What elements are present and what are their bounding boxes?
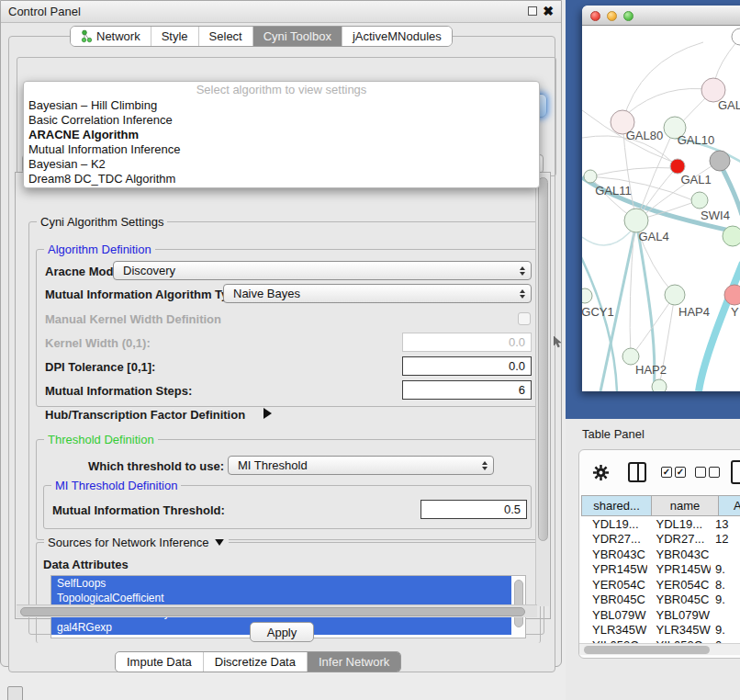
- network-graph: GALGAL80GAL10GAL11GAL1SWI4GAL4GCY1HAP4YH…: [582, 26, 740, 391]
- network-icon: [81, 29, 93, 43]
- table-cell[interactable]: 12: [711, 532, 740, 546]
- table-cell[interactable]: YBR045C: [647, 593, 712, 606]
- table-cell[interactable]: 9.: [711, 562, 740, 576]
- select-all-checkboxes-icon[interactable]: ✓✓: [661, 467, 686, 478]
- mi-type-combobox[interactable]: Naive Bayes: [223, 284, 532, 303]
- tab-infer-network[interactable]: Infer Network: [308, 652, 400, 672]
- float-panel-icon[interactable]: [528, 6, 537, 16]
- network-canvas[interactable]: GALGAL80GAL10GAL11GAL1SWI4GAL4GCY1HAP4YH…: [582, 26, 740, 391]
- table-cell[interactable]: 9.: [711, 623, 740, 637]
- dropdown-item[interactable]: Bayesian – K2: [24, 157, 539, 172]
- table-cell[interactable]: YER054C: [647, 578, 712, 592]
- network-node[interactable]: [652, 379, 667, 391]
- network-node[interactable]: [584, 170, 597, 183]
- tab-discretize-data[interactable]: Discretize Data: [204, 652, 308, 672]
- table-cell[interactable]: YDL19...: [581, 517, 647, 531]
- table-row[interactable]: YBL079WYBL079W: [581, 607, 740, 623]
- algorithm-definition-title: Algorithm Definition: [44, 243, 155, 256]
- table-cell[interactable]: YBR043C: [647, 548, 712, 561]
- tab-jactivemnodules[interactable]: jActiveMNodules: [342, 27, 452, 46]
- table-cell[interactable]: YPR145W: [581, 562, 647, 576]
- minimized-panel-icon[interactable]: [7, 686, 23, 700]
- network-node-label: SWI4: [701, 209, 730, 222]
- column-header-shared-name[interactable]: shared...: [581, 495, 652, 516]
- table-cell[interactable]: 13: [711, 517, 740, 531]
- settings-horizontal-scrollbar[interactable]: [17, 604, 537, 617]
- table-cell[interactable]: YER054C: [581, 578, 647, 592]
- attribute-list-item[interactable]: SelfLoops: [51, 576, 511, 591]
- table-cell[interactable]: YDL19...: [647, 517, 712, 531]
- table-cell[interactable]: YDR27...: [647, 532, 712, 546]
- cyni-toolbox-panel: gal-filtered.sif default node Select alg…: [8, 36, 555, 672]
- table-row[interactable]: YDR27...YDR27...12: [581, 532, 740, 548]
- table-cell[interactable]: YBR043C: [581, 548, 647, 561]
- table-cell[interactable]: 9.: [711, 593, 740, 606]
- table-row[interactable]: YDL19...YDL19...13: [581, 516, 740, 532]
- split-columns-icon[interactable]: [628, 462, 646, 482]
- table-cell[interactable]: YLR345W: [581, 623, 647, 637]
- table-row[interactable]: YBR043CYBR043C: [581, 547, 740, 562]
- tab-style[interactable]: Style: [151, 27, 199, 46]
- gear-icon[interactable]: [592, 464, 610, 481]
- close-icon[interactable]: ✖: [543, 4, 554, 18]
- mi-threshold-field[interactable]: 0.5: [420, 500, 527, 519]
- zoom-traffic-light-icon[interactable]: [623, 11, 633, 21]
- attribute-list-item[interactable]: TopologicalCoefficient: [51, 591, 511, 605]
- expand-arrow-icon[interactable]: [263, 408, 272, 419]
- tab-cyni-toolbox[interactable]: Cyni Toolbox: [253, 27, 342, 46]
- tab-label: Style: [162, 29, 188, 43]
- dropdown-item[interactable]: Bayesian – Hill Climbing: [24, 98, 539, 113]
- scrollbar-thumb[interactable]: [584, 646, 710, 654]
- settings-vertical-scrollbar[interactable]: [535, 174, 549, 606]
- table-panel-title: Table Panel: [582, 427, 645, 441]
- table-cell[interactable]: YDR27...: [581, 532, 647, 546]
- dropdown-item[interactable]: Dream8 DC_TDC Algorithm: [24, 172, 539, 186]
- dpi-tolerance-field[interactable]: 0.0: [402, 356, 532, 376]
- column-header-partial[interactable]: A: [719, 495, 740, 516]
- network-node[interactable]: [665, 285, 685, 305]
- page-icon[interactable]: [731, 460, 740, 484]
- table-cell[interactable]: 8.: [711, 578, 740, 592]
- table-cell[interactable]: YBR045C: [581, 593, 647, 606]
- network-node[interactable]: [582, 288, 592, 303]
- tab-impute-data[interactable]: Impute Data: [116, 652, 204, 672]
- table-rows[interactable]: YDL19...YDL19...13YDR27...YDR27...12YBR0…: [581, 516, 740, 643]
- dropdown-item[interactable]: ARACNE Algorithm: [24, 128, 539, 142]
- aracne-mode-combobox[interactable]: Discovery: [113, 261, 532, 280]
- network-node[interactable]: [670, 159, 685, 174]
- manual-kernel-checkbox[interactable]: [518, 312, 531, 325]
- table-cell[interactable]: YBL079W: [581, 608, 647, 622]
- table-row[interactable]: YPR145WYPR145W9.: [581, 562, 740, 578]
- dpi-tolerance-label: DPI Tolerance [0,1]:: [45, 360, 155, 374]
- which-threshold-value: MI Threshold: [229, 458, 308, 472]
- tab-network[interactable]: Network: [71, 27, 151, 46]
- apply-button[interactable]: Apply: [250, 622, 314, 642]
- network-window-titlebar[interactable]: [582, 6, 740, 26]
- table-row[interactable]: YER054CYER054C8.: [581, 577, 740, 593]
- scrollbar-thumb[interactable]: [514, 580, 523, 627]
- network-node[interactable]: [724, 285, 740, 305]
- table-row[interactable]: YLR345WYLR345W9.: [581, 623, 740, 638]
- scrollbar-thumb[interactable]: [538, 177, 548, 541]
- scrollbar-thumb[interactable]: [20, 607, 525, 616]
- table-cell[interactable]: YPR145W: [647, 562, 712, 576]
- network-node[interactable]: [732, 28, 740, 45]
- dropdown-item[interactable]: Mutual Information Inference: [24, 142, 539, 157]
- network-node[interactable]: [723, 226, 740, 246]
- column-header-name[interactable]: name: [652, 495, 719, 516]
- dropdown-item[interactable]: Basic Correlation Inference: [24, 113, 539, 128]
- table-cell[interactable]: YLR345W: [647, 623, 712, 637]
- network-node[interactable]: [710, 151, 730, 171]
- table-horizontal-scrollbar[interactable]: [579, 643, 740, 655]
- deselect-all-checkboxes-icon[interactable]: [695, 467, 720, 478]
- table-cell[interactable]: YBL079W: [647, 608, 712, 622]
- network-node[interactable]: [691, 192, 708, 209]
- mi-steps-field[interactable]: 6: [402, 380, 532, 400]
- tab-select[interactable]: Select: [199, 27, 253, 46]
- minimize-traffic-light-icon[interactable]: [607, 11, 617, 21]
- which-threshold-combobox[interactable]: MI Threshold: [228, 456, 494, 475]
- collapse-arrow-icon[interactable]: [215, 539, 224, 546]
- close-traffic-light-icon[interactable]: [590, 11, 600, 21]
- table-row[interactable]: YBR045CYBR045C9.: [581, 593, 740, 608]
- kernel-width-field[interactable]: 0.0: [402, 333, 532, 352]
